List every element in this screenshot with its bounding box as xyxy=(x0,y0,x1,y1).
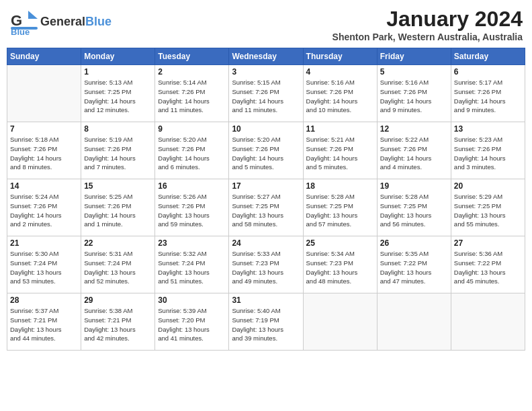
day-number: 16 xyxy=(158,181,226,191)
day-number: 18 xyxy=(306,181,374,191)
calendar-week-row: 21Sunrise: 5:30 AM Sunset: 7:24 PM Dayli… xyxy=(7,236,525,293)
day-number: 2 xyxy=(158,67,226,77)
day-info: Sunrise: 5:34 AM Sunset: 7:23 PM Dayligh… xyxy=(306,249,374,286)
calendar-cell: 13Sunrise: 5:23 AM Sunset: 7:26 PM Dayli… xyxy=(451,122,525,179)
day-number: 14 xyxy=(10,181,78,191)
day-number: 10 xyxy=(232,124,300,134)
day-info: Sunrise: 5:32 AM Sunset: 7:24 PM Dayligh… xyxy=(158,249,226,286)
day-number: 7 xyxy=(10,124,78,134)
day-number: 6 xyxy=(454,67,522,77)
day-info: Sunrise: 5:25 AM Sunset: 7:26 PM Dayligh… xyxy=(84,192,152,229)
day-number: 3 xyxy=(232,67,300,77)
day-info: Sunrise: 5:35 AM Sunset: 7:22 PM Dayligh… xyxy=(380,249,448,286)
calendar-week-row: 14Sunrise: 5:24 AM Sunset: 7:26 PM Dayli… xyxy=(7,179,525,236)
day-info: Sunrise: 5:26 AM Sunset: 7:26 PM Dayligh… xyxy=(158,192,226,229)
day-number: 30 xyxy=(158,295,226,305)
weekday-header-wednesday: Wednesday xyxy=(229,48,303,65)
day-number: 24 xyxy=(232,238,300,248)
calendar-week-row: 1Sunrise: 5:13 AM Sunset: 7:25 PM Daylig… xyxy=(7,65,525,122)
day-info: Sunrise: 5:29 AM Sunset: 7:25 PM Dayligh… xyxy=(454,192,522,229)
calendar-cell: 6Sunrise: 5:17 AM Sunset: 7:26 PM Daylig… xyxy=(451,65,525,122)
calendar-cell: 29Sunrise: 5:38 AM Sunset: 7:21 PM Dayli… xyxy=(81,293,155,351)
day-number: 28 xyxy=(10,295,78,305)
weekday-header-tuesday: Tuesday xyxy=(155,48,229,65)
calendar-cell: 12Sunrise: 5:22 AM Sunset: 7:26 PM Dayli… xyxy=(377,122,451,179)
weekday-header-sunday: Sunday xyxy=(7,48,81,65)
day-info: Sunrise: 5:17 AM Sunset: 7:26 PM Dayligh… xyxy=(454,78,522,115)
calendar-cell: 31Sunrise: 5:40 AM Sunset: 7:19 PM Dayli… xyxy=(229,293,303,351)
day-number: 27 xyxy=(454,238,522,248)
calendar-cell: 18Sunrise: 5:28 AM Sunset: 7:25 PM Dayli… xyxy=(303,179,377,236)
weekday-header-row: SundayMondayTuesdayWednesdayThursdayFrid… xyxy=(7,48,525,65)
calendar-cell: 28Sunrise: 5:37 AM Sunset: 7:21 PM Dayli… xyxy=(7,293,81,351)
day-number: 29 xyxy=(84,295,152,305)
calendar-cell xyxy=(451,293,525,351)
location-subtitle: Shenton Park, Western Australia, Austral… xyxy=(332,32,523,42)
day-info: Sunrise: 5:33 AM Sunset: 7:23 PM Dayligh… xyxy=(232,249,300,286)
day-info: Sunrise: 5:38 AM Sunset: 7:21 PM Dayligh… xyxy=(84,306,152,343)
calendar-cell: 1Sunrise: 5:13 AM Sunset: 7:25 PM Daylig… xyxy=(81,65,155,122)
weekday-header-monday: Monday xyxy=(81,48,155,65)
day-info: Sunrise: 5:39 AM Sunset: 7:20 PM Dayligh… xyxy=(158,306,226,343)
calendar-cell: 5Sunrise: 5:16 AM Sunset: 7:26 PM Daylig… xyxy=(377,65,451,122)
day-number: 21 xyxy=(10,238,78,248)
logo-icon: G Blue xyxy=(9,7,39,36)
page-header: G Blue GeneralBlue January 2024 Shenton … xyxy=(7,7,525,42)
calendar-cell: 27Sunrise: 5:36 AM Sunset: 7:22 PM Dayli… xyxy=(451,236,525,293)
day-number: 20 xyxy=(454,181,522,191)
day-info: Sunrise: 5:30 AM Sunset: 7:24 PM Dayligh… xyxy=(10,249,78,286)
calendar-week-row: 7Sunrise: 5:18 AM Sunset: 7:26 PM Daylig… xyxy=(7,122,525,179)
weekday-header-saturday: Saturday xyxy=(451,48,525,65)
day-number: 1 xyxy=(84,67,152,77)
calendar-cell: 24Sunrise: 5:33 AM Sunset: 7:23 PM Dayli… xyxy=(229,236,303,293)
day-info: Sunrise: 5:27 AM Sunset: 7:25 PM Dayligh… xyxy=(232,192,300,229)
calendar-cell: 23Sunrise: 5:32 AM Sunset: 7:24 PM Dayli… xyxy=(155,236,229,293)
day-info: Sunrise: 5:20 AM Sunset: 7:26 PM Dayligh… xyxy=(232,135,300,172)
calendar-cell: 4Sunrise: 5:16 AM Sunset: 7:26 PM Daylig… xyxy=(303,65,377,122)
day-info: Sunrise: 5:16 AM Sunset: 7:26 PM Dayligh… xyxy=(306,78,374,115)
calendar-cell: 3Sunrise: 5:15 AM Sunset: 7:26 PM Daylig… xyxy=(229,65,303,122)
calendar-cell: 17Sunrise: 5:27 AM Sunset: 7:25 PM Dayli… xyxy=(229,179,303,236)
day-info: Sunrise: 5:28 AM Sunset: 7:25 PM Dayligh… xyxy=(380,192,448,229)
day-number: 19 xyxy=(380,181,448,191)
day-number: 9 xyxy=(158,124,226,134)
day-info: Sunrise: 5:24 AM Sunset: 7:26 PM Dayligh… xyxy=(10,192,78,229)
day-info: Sunrise: 5:14 AM Sunset: 7:26 PM Dayligh… xyxy=(158,78,226,115)
calendar-cell: 15Sunrise: 5:25 AM Sunset: 7:26 PM Dayli… xyxy=(81,179,155,236)
day-info: Sunrise: 5:37 AM Sunset: 7:21 PM Dayligh… xyxy=(10,306,78,343)
calendar-cell xyxy=(303,293,377,351)
day-number: 5 xyxy=(380,67,448,77)
calendar-cell: 14Sunrise: 5:24 AM Sunset: 7:26 PM Dayli… xyxy=(7,179,81,236)
day-info: Sunrise: 5:15 AM Sunset: 7:26 PM Dayligh… xyxy=(232,78,300,115)
day-info: Sunrise: 5:20 AM Sunset: 7:26 PM Dayligh… xyxy=(158,135,226,172)
calendar-table: SundayMondayTuesdayWednesdayThursdayFrid… xyxy=(7,48,525,351)
day-number: 22 xyxy=(84,238,152,248)
day-number: 31 xyxy=(232,295,300,305)
calendar-cell xyxy=(377,293,451,351)
day-info: Sunrise: 5:21 AM Sunset: 7:26 PM Dayligh… xyxy=(306,135,374,172)
day-info: Sunrise: 5:18 AM Sunset: 7:26 PM Dayligh… xyxy=(10,135,78,172)
calendar-cell: 11Sunrise: 5:21 AM Sunset: 7:26 PM Dayli… xyxy=(303,122,377,179)
day-number: 26 xyxy=(380,238,448,248)
weekday-header-friday: Friday xyxy=(377,48,451,65)
day-info: Sunrise: 5:31 AM Sunset: 7:24 PM Dayligh… xyxy=(84,249,152,286)
calendar-cell: 10Sunrise: 5:20 AM Sunset: 7:26 PM Dayli… xyxy=(229,122,303,179)
day-info: Sunrise: 5:36 AM Sunset: 7:22 PM Dayligh… xyxy=(454,249,522,286)
calendar-week-row: 28Sunrise: 5:37 AM Sunset: 7:21 PM Dayli… xyxy=(7,293,525,351)
day-number: 15 xyxy=(84,181,152,191)
day-number: 8 xyxy=(84,124,152,134)
svg-text:Blue: Blue xyxy=(11,27,30,36)
calendar-cell: 22Sunrise: 5:31 AM Sunset: 7:24 PM Dayli… xyxy=(81,236,155,293)
title-area: January 2024 Shenton Park, Western Austr… xyxy=(332,7,523,42)
calendar-cell: 26Sunrise: 5:35 AM Sunset: 7:22 PM Dayli… xyxy=(377,236,451,293)
calendar-cell: 30Sunrise: 5:39 AM Sunset: 7:20 PM Dayli… xyxy=(155,293,229,351)
logo-text: GeneralBlue xyxy=(40,15,112,29)
day-number: 23 xyxy=(158,238,226,248)
calendar-cell: 2Sunrise: 5:14 AM Sunset: 7:26 PM Daylig… xyxy=(155,65,229,122)
day-number: 12 xyxy=(380,124,448,134)
calendar-cell: 20Sunrise: 5:29 AM Sunset: 7:25 PM Dayli… xyxy=(451,179,525,236)
calendar-cell: 9Sunrise: 5:20 AM Sunset: 7:26 PM Daylig… xyxy=(155,122,229,179)
day-number: 4 xyxy=(306,67,374,77)
month-year-title: January 2024 xyxy=(332,7,523,32)
calendar-cell: 8Sunrise: 5:19 AM Sunset: 7:26 PM Daylig… xyxy=(81,122,155,179)
